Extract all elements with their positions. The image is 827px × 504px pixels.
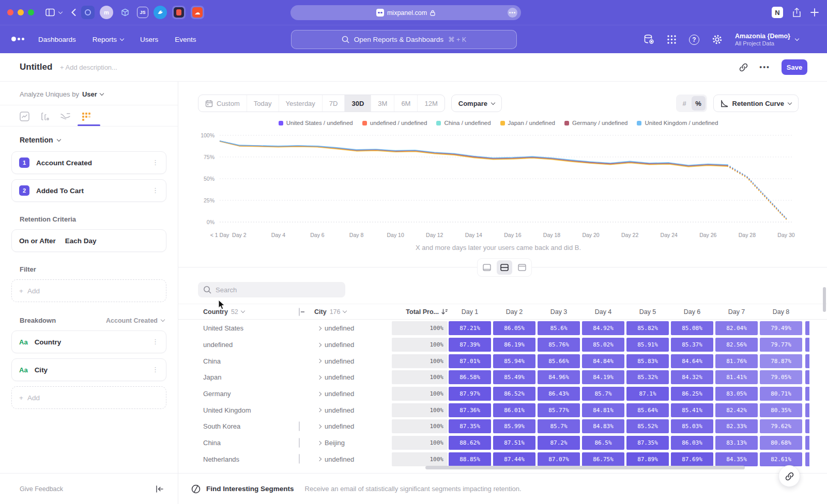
retention-cell[interactable]: 85.91% — [626, 338, 669, 352]
retention-cell[interactable]: 87.69% — [671, 452, 713, 466]
series-line-incomplete[interactable] — [728, 166, 786, 219]
chevron-right-icon[interactable] — [317, 440, 321, 445]
retention-cell[interactable]: 85.02% — [582, 338, 624, 352]
mixpanel-logo-icon[interactable] — [11, 37, 24, 41]
series-line-incomplete[interactable] — [728, 165, 786, 218]
retention-cell[interactable]: 78.87% — [760, 354, 802, 368]
legend-item[interactable]: United Kingdom / undefined — [637, 120, 718, 126]
retention-cell[interactable]: 87.21% — [449, 321, 491, 335]
apps-grid-icon[interactable] — [667, 35, 677, 44]
settings-gear-icon[interactable] — [712, 34, 723, 45]
extension-bird-icon[interactable] — [154, 6, 167, 19]
range-custom[interactable]: Custom — [198, 95, 247, 112]
retention-cell[interactable]: 87.39% — [449, 338, 491, 352]
project-switcher[interactable]: Amazonia {Demo} All Project Data — [735, 33, 799, 46]
series-line-incomplete[interactable] — [728, 166, 786, 219]
retention-cell[interactable]: 82.42% — [715, 403, 758, 417]
retention-cell[interactable]: 79.05% — [760, 370, 802, 384]
minimize-window-button[interactable] — [18, 9, 24, 15]
extension-js-icon[interactable]: JS — [137, 7, 148, 18]
retention-cell[interactable]: 87.35% — [449, 419, 491, 433]
notion-icon[interactable]: N — [772, 7, 783, 18]
kebab-menu-icon[interactable]: ⋮ — [152, 190, 159, 192]
add-description-button[interactable]: + Add description... — [60, 64, 117, 71]
chart-type-selector[interactable]: Retention Curve — [713, 94, 799, 112]
view-chart-only-button[interactable] — [479, 260, 495, 275]
retention-cell[interactable]: 85.83% — [626, 354, 669, 368]
retention-cell[interactable]: 88.62% — [449, 436, 491, 450]
collapse-sidebar-icon[interactable] — [156, 485, 164, 493]
view-table-only-button[interactable] — [514, 260, 530, 275]
extension-target-icon[interactable] — [81, 6, 95, 19]
percent-mode-button[interactable]: % — [692, 96, 706, 111]
count-mode-button[interactable]: # — [678, 96, 692, 111]
chevron-right-icon[interactable] — [317, 342, 321, 346]
retention-cell[interactable]: 85.32% — [626, 370, 669, 384]
extension-record-icon[interactable] — [172, 6, 186, 19]
kebab-menu-icon[interactable]: ⋮ — [152, 369, 159, 371]
retention-cell[interactable]: 88.85% — [449, 452, 491, 466]
nav-item-users[interactable]: Users — [140, 36, 158, 43]
filter-add-button[interactable]: + Add — [11, 279, 166, 302]
legend-item[interactable]: Germany / undefined — [564, 120, 627, 126]
back-icon[interactable] — [71, 9, 76, 16]
range-3m[interactable]: 3M — [371, 95, 394, 112]
step-event-name[interactable]: Added To Cart — [36, 187, 84, 195]
save-button[interactable]: Save — [782, 59, 807, 75]
url-more-button[interactable]: ••• — [508, 8, 517, 18]
retention-cell[interactable]: 79.62% — [760, 419, 802, 433]
retention-cell[interactable]: 83.13% — [715, 436, 758, 450]
row-checkbox[interactable] — [299, 454, 300, 464]
row-checkbox[interactable] — [299, 438, 300, 448]
chevron-right-icon[interactable] — [317, 457, 321, 461]
retention-cell[interactable]: 86.5% — [582, 436, 624, 450]
retention-cell[interactable]: 85.82% — [626, 321, 669, 335]
retention-cell[interactable]: 82.04% — [715, 321, 758, 335]
retention-cell[interactable]: 85.7% — [538, 419, 580, 433]
give-feedback-link[interactable]: Give Feedback — [20, 485, 63, 493]
retention-cell[interactable]: 86.03% — [671, 436, 713, 450]
kebab-menu-icon[interactable]: ⋮ — [152, 341, 159, 343]
more-actions-button[interactable]: ••• — [759, 63, 770, 71]
range-6m[interactable]: 6M — [394, 95, 417, 112]
retention-cell[interactable]: 86.52% — [493, 387, 535, 401]
chevron-right-icon[interactable] — [317, 326, 321, 330]
breakdown-event-selector[interactable]: Account Created — [106, 317, 164, 324]
retention-cell[interactable]: 85.99% — [493, 419, 535, 433]
retention-cell[interactable]: 84.83% — [582, 419, 624, 433]
vertical-scrollbar[interactable] — [823, 287, 826, 312]
extension-cube-icon[interactable] — [118, 6, 132, 19]
criteria-each-day[interactable]: Each Day — [65, 237, 97, 245]
new-tab-icon[interactable] — [810, 8, 819, 17]
legend-item[interactable]: China / undefined — [436, 120, 491, 126]
zoom-window-button[interactable] — [28, 9, 34, 15]
retention-cell[interactable]: 85.77% — [538, 403, 580, 417]
retention-cell[interactable]: 82.56% — [715, 338, 758, 352]
day-column-header[interactable]: Day 4 — [581, 308, 625, 316]
retention-cell[interactable]: 85.03% — [671, 419, 713, 433]
data-management-icon[interactable] — [644, 34, 654, 45]
range-7d[interactable]: 7D — [322, 95, 345, 112]
nav-item-dashboards[interactable]: Dashboards — [38, 36, 76, 43]
retention-cell[interactable]: 86.19% — [493, 338, 535, 352]
report-title[interactable]: Untitled — [20, 62, 52, 72]
retention-cell[interactable]: 79.49% — [760, 321, 802, 335]
day-column-header[interactable]: Day 5 — [625, 308, 670, 316]
table-search-input[interactable] — [198, 282, 345, 297]
kebab-menu-icon[interactable]: ⋮ — [152, 162, 159, 164]
retention-cell[interactable]: 80.71% — [760, 387, 802, 401]
breakdown-property-name[interactable]: City — [35, 366, 48, 374]
retention-cell[interactable]: 87.97% — [449, 387, 491, 401]
retention-cell[interactable]: 87.35% — [626, 436, 669, 450]
retention-cell[interactable]: 80.35% — [760, 403, 802, 417]
breakdown-property-name[interactable]: Country — [35, 338, 62, 346]
global-search-button[interactable]: Open Reports & Dashboards ⌘ + K — [291, 30, 517, 49]
chevron-right-icon[interactable] — [317, 391, 321, 396]
retention-cell[interactable]: 85.41% — [671, 403, 713, 417]
day-column-header[interactable]: Day 2 — [492, 308, 537, 316]
retention-cell[interactable]: 87.01% — [449, 354, 491, 368]
criteria-card[interactable]: On or After Each Day — [11, 229, 166, 252]
legend-item[interactable]: undefined / undefined — [362, 120, 427, 126]
retention-cell[interactable]: 85.7% — [582, 387, 624, 401]
nav-item-reports[interactable]: Reports — [93, 36, 124, 43]
